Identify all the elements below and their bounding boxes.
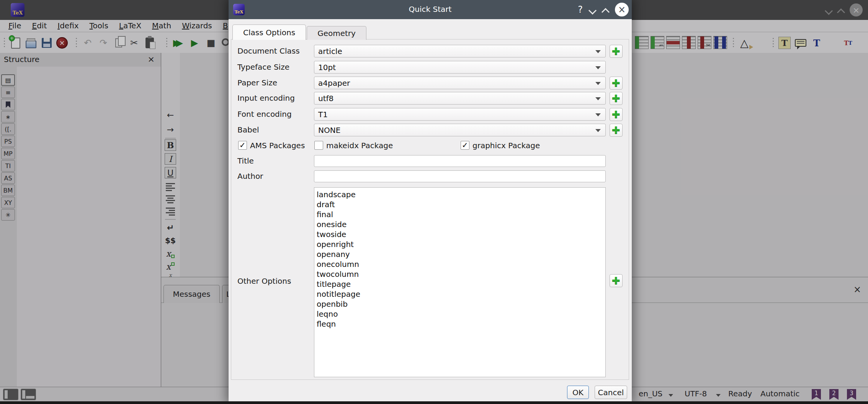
list-option[interactable]: fleqn	[317, 319, 605, 329]
list-option[interactable]: leqno	[317, 309, 605, 319]
paper-size-combo[interactable]: a4paper	[314, 77, 606, 89]
other-options-label: Other Options	[237, 276, 291, 286]
field-row: Input encoding utf8 ✚	[229, 92, 632, 105]
ok-button[interactable]: OK	[567, 386, 589, 399]
add-babel-button[interactable]: ✚	[610, 124, 623, 137]
babel-combo[interactable]: NONE	[314, 124, 606, 136]
field-row: Babel NONE ✚	[229, 124, 632, 136]
graphicx-package-checkbox[interactable]: ✓	[461, 141, 469, 150]
title-input[interactable]	[314, 155, 606, 167]
list-option[interactable]: landscape	[317, 190, 605, 200]
dialog-shade-icon[interactable]	[589, 6, 596, 13]
tab-geometry[interactable]: Geometry	[307, 26, 366, 40]
packages-row: ✓ AMS Packages makeidx Package ✓ graphic…	[229, 141, 632, 154]
chevron-down-icon	[595, 66, 601, 69]
list-option[interactable]: oneside	[317, 219, 605, 229]
field-label: Typeface Size	[237, 61, 289, 74]
dialog-help-button[interactable]: ?	[578, 4, 583, 15]
list-option[interactable]: draft	[317, 200, 605, 209]
field-row: Author	[229, 170, 632, 183]
field-label: Input encoding	[237, 92, 295, 105]
ams-packages-checkbox[interactable]: ✓	[238, 141, 247, 150]
cancel-button[interactable]: Cancel	[595, 386, 627, 399]
list-option[interactable]: titlepage	[317, 279, 605, 289]
field-label: Font encoding	[237, 108, 292, 121]
typeface-size-combo[interactable]: 10pt	[314, 61, 606, 74]
list-option[interactable]: openany	[317, 249, 605, 259]
add-font-encoding-button[interactable]: ✚	[610, 108, 623, 121]
field-row: Font encoding T1 ✚	[229, 108, 632, 121]
window-bottom-edge	[0, 401, 868, 404]
list-option[interactable]: onecolumn	[317, 259, 605, 269]
field-row: Document Class article ✚	[229, 45, 632, 57]
quick-start-dialog: TeX Quick Start ? × Class Options Geomet…	[229, 0, 632, 401]
field-label: Babel	[237, 124, 259, 136]
list-option[interactable]: notitlepage	[317, 289, 605, 299]
chevron-down-icon	[595, 113, 601, 116]
chevron-down-icon	[595, 97, 601, 100]
field-label: Document Class	[237, 45, 300, 57]
add-other-option-button[interactable]: ✚	[610, 274, 623, 287]
list-option[interactable]: openright	[317, 239, 605, 249]
field-label: Title	[237, 155, 254, 167]
author-input[interactable]	[314, 170, 606, 182]
add-document-class-button[interactable]: ✚	[610, 45, 623, 58]
dialog-tabs: Class Options Geometry	[232, 5, 366, 39]
font-encoding-combo[interactable]: T1	[314, 108, 606, 121]
texmaker-window: TeX × File Edit Idefix Tools LaTeX Math …	[0, 0, 868, 404]
dialog-unshade-icon[interactable]	[602, 6, 609, 13]
chevron-down-icon	[595, 129, 601, 132]
other-options-list[interactable]: landscape draft final oneside twoside op…	[314, 187, 606, 377]
field-label: Author	[237, 170, 263, 183]
checkbox-label: AMS Packages	[250, 141, 305, 150]
checkbox-label: graphicx Package	[472, 141, 540, 150]
list-option[interactable]: openbib	[317, 299, 605, 309]
field-label: Paper Size	[237, 77, 277, 89]
field-row: Title	[229, 155, 632, 167]
add-paper-size-button[interactable]: ✚	[610, 77, 623, 90]
checkbox-label: makeidx Package	[326, 141, 393, 150]
chevron-down-icon	[595, 82, 601, 85]
dialog-close-button[interactable]: ×	[615, 3, 629, 16]
chevron-down-icon	[595, 50, 601, 53]
add-input-encoding-button[interactable]: ✚	[610, 92, 623, 105]
input-encoding-combo[interactable]: utf8	[314, 92, 606, 105]
makeidx-package-checkbox[interactable]	[314, 141, 323, 150]
list-option[interactable]: twoside	[317, 229, 605, 239]
field-row: Paper Size a4paper ✚	[229, 77, 632, 89]
list-option[interactable]: final	[317, 209, 605, 219]
document-class-combo[interactable]: article	[314, 45, 606, 57]
field-row: Typeface Size 10pt	[229, 61, 632, 74]
list-option[interactable]: twocolumn	[317, 269, 605, 279]
tab-class-options[interactable]: Class Options	[232, 25, 306, 40]
